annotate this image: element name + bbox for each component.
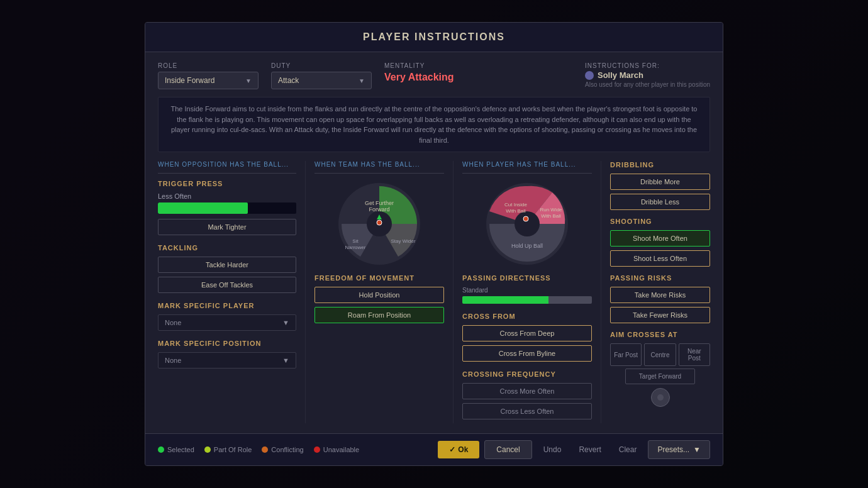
ok-label: Ok — [458, 445, 468, 454]
cross-less-often-button[interactable]: Cross Less Often — [462, 403, 592, 419]
legend-unavailable: Unavailable — [314, 446, 359, 453]
passing-directness-section: PASSING DIRECTNESS Standard — [462, 274, 592, 304]
cross-from-title: CROSS FROM — [462, 313, 592, 320]
aim-near-post-button[interactable]: Near Post — [679, 343, 710, 366]
shooting-title: SHOOTING — [610, 218, 710, 225]
crossing-freq-title: CROSSING FREQUENCY — [462, 370, 592, 378]
chevron-down-icon: ▼ — [245, 77, 252, 84]
opposition-col-header: WHEN OPPOSITION HAS THE BALL... — [158, 161, 296, 174]
take-fewer-risks-button[interactable]: Take Fewer Risks — [610, 307, 710, 323]
passing-gray-fill — [548, 296, 592, 304]
mark-specific-position-select[interactable]: None ▼ — [158, 352, 296, 369]
dribbling-section: DRIBBLING Dribble More Dribble Less — [610, 161, 710, 210]
mentality-group: MENTALITY Very Attacking — [384, 62, 485, 83]
clear-button[interactable]: Clear — [613, 441, 643, 458]
role-label: ROLE — [158, 62, 259, 69]
player-instructions-modal: PLAYER INSTRUCTIONS ROLE Inside Forward … — [145, 22, 723, 466]
team-column: WHEN TEAM HAS THE BALL... — [306, 161, 453, 423]
svg-text:Hold Up Ball: Hold Up Ball — [511, 243, 543, 249]
duty-group: DUTY Attack ▼ — [271, 62, 372, 89]
duty-select[interactable]: Attack ▼ — [271, 72, 372, 89]
freedom-title: FREEDOM OF MOVEMENT — [314, 274, 444, 282]
passing-risks-section: PASSING RISKS Take More Risks Take Fewer… — [610, 274, 710, 323]
modal-title: PLAYER INSTRUCTIONS — [158, 31, 710, 43]
aim-target-forward-button[interactable]: Target Forward — [625, 369, 695, 384]
role-description: The Inside Forward aims to cut inside fr… — [158, 97, 710, 152]
mark-specific-position-title: MARK SPECIFIC POSITION — [158, 340, 296, 347]
passing-green-fill — [462, 296, 548, 304]
svg-text:Stay Wider: Stay Wider — [391, 238, 415, 244]
ease-off-button[interactable]: Ease Off Tackles — [158, 277, 296, 293]
aim-crosses-bottom: Target Forward — [610, 369, 710, 384]
legend-selected-label: Selected — [167, 446, 194, 453]
undo-button[interactable]: Undo — [537, 441, 568, 458]
role-value: Inside Forward — [165, 76, 214, 85]
take-more-risks-button[interactable]: Take More Risks — [610, 287, 710, 303]
player-pie-chart: Cut Inside With Ball Run Wide With Ball … — [483, 180, 571, 268]
mark-specific-position-value: None — [165, 357, 181, 364]
player-icon — [585, 71, 594, 80]
legend-unavailable-label: Unavailable — [323, 446, 359, 453]
svg-point-8 — [377, 220, 382, 225]
cross-from-byline-button[interactable]: Cross From Byline — [462, 345, 592, 362]
chevron-down-icon-pos: ▼ — [282, 357, 289, 364]
ok-button[interactable]: ✓ Ok — [438, 441, 479, 458]
player-column: WHEN PLAYER HAS THE BALL... — [453, 161, 601, 423]
shoot-more-often-button[interactable]: Shoot More Often — [610, 230, 710, 247]
instructions-for-group: INSTRUCTIONS FOR: Solly March Also used … — [585, 62, 710, 88]
shoot-less-often-button[interactable]: Shoot Less Often — [610, 250, 710, 267]
svg-point-16 — [523, 216, 528, 221]
passing-risks-title: PASSING RISKS — [610, 274, 710, 282]
cancel-button[interactable]: Cancel — [484, 440, 531, 459]
dot-unavailable — [314, 446, 320, 453]
aim-crosses-section: AIM CROSSES AT Far Post Centre Near Post… — [610, 331, 710, 407]
dot-part-of-role — [204, 446, 211, 453]
svg-text:Run Wide: Run Wide — [540, 207, 562, 213]
legend-selected: Selected — [158, 446, 194, 453]
chevron-down-icon-duty: ▼ — [359, 77, 365, 84]
presets-button[interactable]: Presets... ▼ — [648, 440, 710, 459]
checkmark-icon: ✓ — [449, 445, 455, 454]
legend-part-of-role: Part Of Role — [204, 446, 252, 453]
team-pie-container: Get Further Forward Stay Wider Sit Narro… — [314, 180, 444, 268]
aim-centre-button[interactable]: Centre — [644, 343, 676, 366]
svg-text:Sit: Sit — [352, 238, 359, 244]
legend-conflicting: Conflicting — [262, 446, 303, 453]
aim-crosses-grid: Far Post Centre Near Post — [610, 343, 710, 366]
player-pie-container: Cut Inside With Ball Run Wide With Ball … — [462, 180, 592, 268]
opposition-column: WHEN OPPOSITION HAS THE BALL... TRIGGER … — [158, 161, 306, 423]
player-name-row: Solly March — [585, 70, 710, 80]
revert-button[interactable]: Revert — [572, 441, 607, 458]
hold-position-button[interactable]: Hold Position — [314, 287, 444, 303]
tackling-title: TACKLING — [158, 244, 296, 252]
cross-from-section: CROSS FROM Cross From Deep Cross From By… — [462, 313, 592, 362]
aim-crosses-title: AIM CROSSES AT — [610, 331, 710, 338]
legend-conflicting-label: Conflicting — [271, 446, 303, 453]
trigger-press-fill — [158, 202, 248, 214]
svg-text:With Ball: With Ball — [541, 213, 561, 219]
trigger-press-value: Less Often — [158, 192, 296, 200]
player-name: Solly March — [598, 70, 643, 80]
instructions-for-label: INSTRUCTIONS FOR: — [585, 62, 710, 69]
dribble-more-button[interactable]: Dribble More — [610, 174, 710, 190]
trigger-press-bar — [158, 202, 296, 214]
mark-specific-player-value: None — [165, 319, 181, 326]
aim-far-post-button[interactable]: Far Post — [610, 343, 642, 366]
cross-more-often-button[interactable]: Cross More Often — [462, 383, 592, 399]
team-col-header: WHEN TEAM HAS THE BALL... — [314, 161, 444, 174]
tackle-harder-button[interactable]: Tackle Harder — [158, 257, 296, 273]
dot-conflicting — [262, 446, 268, 453]
modal-header: PLAYER INSTRUCTIONS — [145, 23, 723, 52]
mark-specific-player-select[interactable]: None ▼ — [158, 314, 296, 331]
role-select[interactable]: Inside Forward ▼ — [158, 72, 259, 89]
team-pie-chart: Get Further Forward Stay Wider Sit Narro… — [335, 180, 423, 268]
legend-part-of-role-label: Part Of Role — [214, 446, 252, 453]
shooting-section: SHOOTING Shoot More Often Shoot Less Oft… — [610, 218, 710, 267]
modal-footer: Selected Part Of Role Conflicting Unavai… — [145, 433, 723, 465]
role-group: ROLE Inside Forward ▼ — [158, 62, 259, 89]
mark-tighter-button[interactable]: Mark Tighter — [158, 219, 296, 235]
roam-from-position-button[interactable]: Roam From Position — [314, 307, 444, 323]
role-row: ROLE Inside Forward ▼ DUTY Attack ▼ MENT… — [158, 62, 710, 89]
cross-from-deep-button[interactable]: Cross From Deep — [462, 325, 592, 341]
dribble-less-button[interactable]: Dribble Less — [610, 194, 710, 210]
